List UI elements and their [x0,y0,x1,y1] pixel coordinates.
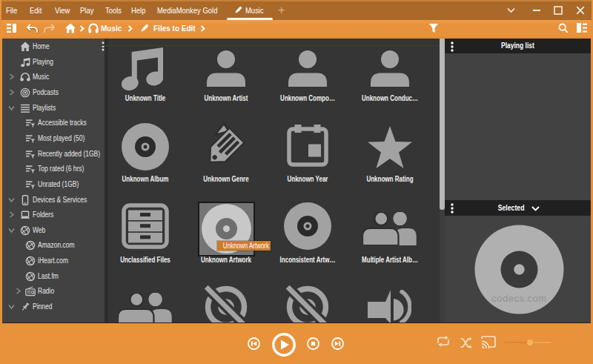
svg-text:codecs.com: codecs.com [491,293,546,304]
